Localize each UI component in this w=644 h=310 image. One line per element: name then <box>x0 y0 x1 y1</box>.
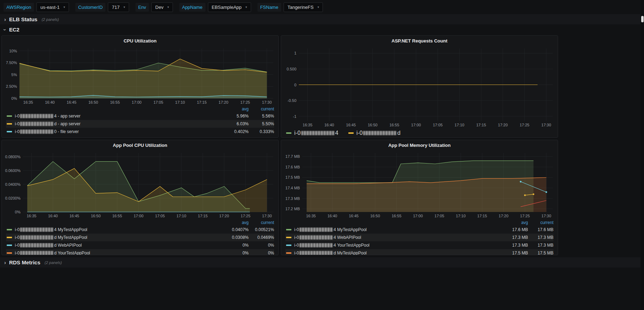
legend-col-current[interactable]: current <box>249 220 274 225</box>
legend-row[interactable]: i-0d MyTestAppPool0.0308%0.0469% <box>6 234 274 241</box>
series-color-marker[interactable] <box>7 123 12 125</box>
variable-value-dropdown[interactable]: TangerineFS▾ <box>284 2 323 12</box>
legend-row[interactable]: i-04 - app server5.96%5.56% <box>6 112 274 120</box>
panel-title[interactable]: ASP.NET Requests Count <box>281 36 558 45</box>
svg-text:17.4 MB: 17.4 MB <box>285 186 300 190</box>
dashboard-row-ec2[interactable]: › EC2 <box>0 24 644 35</box>
series-color-marker[interactable] <box>286 132 291 134</box>
svg-text:17:15: 17:15 <box>198 214 208 218</box>
panel-title[interactable]: App Pool Memory Utilization <box>281 140 558 149</box>
series-color-marker[interactable] <box>7 245 12 246</box>
series-color-marker[interactable] <box>7 115 12 117</box>
series-color-marker[interactable] <box>348 132 354 134</box>
variable-current-value: Dev <box>155 5 163 10</box>
variable-current-value: TangerineFS <box>288 5 314 10</box>
panel-title[interactable]: App Pool CPU Utilization <box>2 140 278 149</box>
legend-row[interactable]: i-04 WebAPIPool17.3 MB17.3 MB <box>285 234 553 241</box>
legend-col-current[interactable]: current <box>528 220 553 225</box>
cpu-utilization-chart[interactable]: 16:3516:4016:4516:5016:5517:0017:0517:10… <box>2 45 278 106</box>
variable-value-dropdown[interactable]: 717▾ <box>108 2 129 12</box>
panel-title[interactable]: CPU Utilization <box>2 36 278 45</box>
svg-text:17:15: 17:15 <box>477 214 487 218</box>
legend-col-current[interactable]: current <box>249 107 274 111</box>
svg-text:17:10: 17:10 <box>454 123 464 127</box>
legend-row[interactable]: i-0d WebAPIPool0%0% <box>6 241 274 249</box>
series-color-marker[interactable] <box>7 252 12 254</box>
series-name[interactable]: i-04 <box>294 130 338 136</box>
svg-text:17:10: 17:10 <box>456 214 466 218</box>
template-variables-bar: AWSRegionus-east-1▾CustomerID717▾EnvDev▾… <box>0 0 644 14</box>
legend-row[interactable]: i-04 MyTestAppPool0.0407%0.00521% <box>6 226 274 234</box>
dashboard-row-elb-status[interactable]: › ELB Status (2 panels) <box>0 14 644 24</box>
svg-text:17:30: 17:30 <box>541 123 551 127</box>
panel-app-pool-cpu-utilization: App Pool CPU Utilization 16:3516:4016:45… <box>1 140 279 255</box>
series-name[interactable]: i-0d MyTestAppPool <box>15 235 220 240</box>
series-color-marker[interactable] <box>286 245 291 246</box>
dashboard-row-rds-metrics[interactable]: › RDS Metrics (2 panels) <box>0 257 644 268</box>
svg-text:17:25: 17:25 <box>241 214 251 218</box>
page-scrollbar[interactable] <box>640 0 644 310</box>
panel-legend: i-04i-0d <box>281 128 558 137</box>
series-name[interactable]: i-0d MyTestAppPool <box>294 251 500 255</box>
legend-row[interactable]: i-0d YourTestAppPool0%0% <box>6 249 274 255</box>
legend-col-avg[interactable]: avg <box>220 107 249 111</box>
redacted-instance-id <box>20 122 53 126</box>
series-name[interactable]: i-00 - file server <box>15 129 220 134</box>
series-color-marker[interactable] <box>286 229 291 230</box>
legend-row[interactable]: i-0d - app server6.03%5.50% <box>6 120 274 128</box>
svg-text:17:15: 17:15 <box>476 123 486 127</box>
legend-row[interactable]: i-04 YourTestAppPool17.3 MB17.3 MB <box>285 241 553 249</box>
series-color-marker[interactable] <box>7 237 12 238</box>
series-color-marker[interactable] <box>7 131 12 132</box>
legend-avg-value: 5.96% <box>220 114 249 119</box>
series-name[interactable]: i-04 - app server <box>15 114 220 119</box>
series-color-marker[interactable] <box>286 252 291 254</box>
variable-value-dropdown[interactable]: EBSampleApp▾ <box>208 2 251 12</box>
series-name[interactable]: i-0d YourTestAppPool <box>15 251 220 255</box>
svg-text:17:00: 17:00 <box>132 100 142 104</box>
series-name[interactable]: i-04 YourTestAppPool <box>294 243 500 248</box>
svg-text:17:30: 17:30 <box>262 214 272 218</box>
svg-text:17.6 MB: 17.6 MB <box>285 165 300 169</box>
legend-row[interactable]: i-00 - file server0.402%0.333% <box>6 128 274 136</box>
svg-text:17:20: 17:20 <box>499 214 509 218</box>
app-pool-memory-chart[interactable]: 16:3516:4016:4516:5016:5517:0017:0517:10… <box>281 149 558 219</box>
scrollbar-thumb[interactable] <box>641 16 644 22</box>
variable-appname: AppNameEBSampleApp▾ <box>179 2 251 12</box>
app-pool-cpu-chart[interactable]: 16:3516:4016:4516:5016:5517:0017:0517:10… <box>2 149 278 219</box>
svg-text:16:50: 16:50 <box>368 123 378 127</box>
legend-current-value: 0.00521% <box>249 227 274 232</box>
row-title: RDS Metrics <box>9 259 40 265</box>
series-name[interactable]: i-0d - app server <box>15 121 220 126</box>
series-name[interactable]: i-0d <box>356 130 401 136</box>
variable-value-dropdown[interactable]: Dev▾ <box>151 2 173 12</box>
series-color-marker[interactable] <box>7 229 12 230</box>
legend-header: avgcurrent <box>285 219 553 226</box>
svg-text:17.3 MB: 17.3 MB <box>285 196 300 201</box>
variable-current-value: EBSampleApp <box>212 5 242 10</box>
legend-item[interactable]: i-04 <box>285 130 338 136</box>
legend-row[interactable]: i-0d MyTestAppPool17.5 MB17.5 MB <box>285 249 553 255</box>
variable-label: CustomerID <box>75 3 105 12</box>
redacted-instance-id <box>300 251 333 255</box>
svg-text:16:45: 16:45 <box>346 123 356 127</box>
aspnet-requests-chart[interactable]: 16:3516:4016:4516:5016:5517:0017:0517:10… <box>281 45 558 128</box>
svg-text:17:00: 17:00 <box>413 214 423 218</box>
series-name[interactable]: i-0d WebAPIPool <box>15 243 220 248</box>
legend-col-avg[interactable]: avg <box>220 220 249 225</box>
series-name[interactable]: i-04 MyTestAppPool <box>294 227 500 232</box>
redacted-instance-id <box>363 131 396 135</box>
legend-col-avg[interactable]: avg <box>500 220 528 225</box>
variable-value-dropdown[interactable]: us-east-1▾ <box>36 2 69 12</box>
series-name[interactable]: i-04 WebAPIPool <box>294 235 500 240</box>
legend-row[interactable]: i-04 MyTestAppPool17.6 MB17.6 MB <box>285 226 553 234</box>
legend-current-value: 17.3 MB <box>528 243 553 248</box>
series-color-marker[interactable] <box>286 237 291 238</box>
variable-label: FSName <box>257 3 281 12</box>
variable-current-value: 717 <box>112 5 120 10</box>
legend-item[interactable]: i-0d <box>348 130 401 136</box>
series-name[interactable]: i-04 MyTestAppPool <box>15 227 220 232</box>
svg-text:0.0800%: 0.0800% <box>5 155 21 159</box>
svg-text:16:40: 16:40 <box>324 123 334 127</box>
legend-avg-value: 0.0407% <box>220 227 249 232</box>
